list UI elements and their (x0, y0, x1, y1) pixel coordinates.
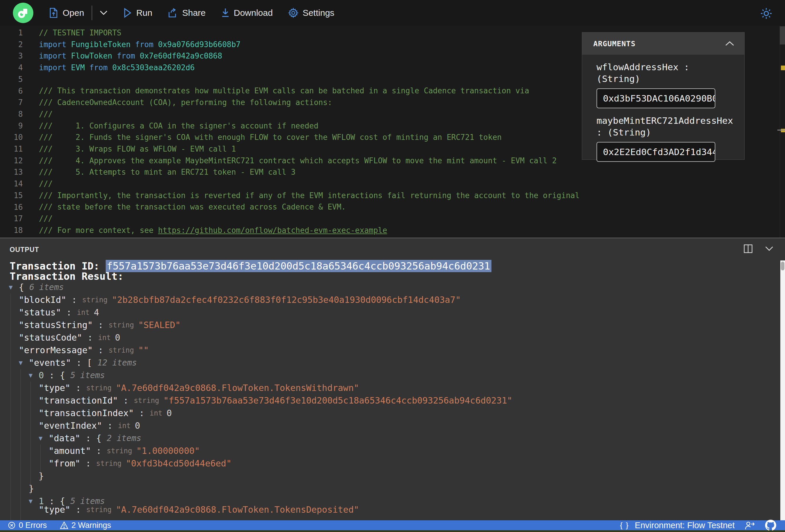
json-index: 0 (39, 370, 44, 380)
code-token: /// Importantly, the transaction is reve… (39, 191, 580, 200)
chevron-down-icon (99, 10, 108, 16)
sun-icon (760, 7, 773, 20)
line-number: 5 (0, 74, 23, 85)
code-link[interactable]: https://github.com/onflow/batched-evm-ex… (158, 226, 387, 235)
run-button[interactable]: Run (123, 8, 152, 18)
open-label: Open (62, 8, 84, 18)
json-row: "statusCode" : int 0 (0, 331, 779, 344)
json-value: "2b28cbfb87da2cfec4f0232c6f883f0f12c95b3… (112, 295, 461, 305)
argument-label: maybeMintERC721AddressHex : (String) (597, 115, 731, 138)
json-value: "1.00000000" (136, 446, 200, 456)
code-line: // TESTNET IMPORTS (39, 27, 580, 39)
json-value: 4 (94, 307, 99, 318)
download-label: Download (234, 8, 273, 18)
code-token: /// (39, 214, 53, 223)
json-row: "statusString" : string "SEALED" (0, 319, 779, 331)
line-number: 11 (0, 144, 23, 155)
line-number-gutter: 123456789101112131415161718 (0, 27, 23, 236)
open-button[interactable]: Open (49, 7, 84, 19)
flow-logo[interactable] (13, 3, 33, 23)
theme-toggle-button[interactable] (760, 7, 773, 21)
share-button[interactable]: Share (168, 8, 205, 18)
indent-guide (21, 369, 21, 521)
output-scrollbar-thumb[interactable] (781, 262, 784, 270)
editor-scrollbar-thumb[interactable] (780, 26, 785, 45)
json-row: ▼{ 6 items (0, 281, 779, 294)
code-token: from (135, 40, 158, 49)
code-token: /// (39, 110, 53, 119)
line-number: 10 (0, 132, 23, 144)
github-icon[interactable] (765, 520, 776, 531)
json-row: "transactionIndex" : int 0 (0, 407, 779, 419)
wflow-address-input[interactable]: 0xd3bF53DAC106A0290B04... (597, 88, 715, 108)
json-value: "A.7e60df042a9c0868.FlowToken.TokensWith… (116, 383, 359, 393)
code-token: /// 1. Configures a COA in the signer's … (39, 122, 319, 130)
person-share-icon[interactable] (744, 521, 755, 530)
collapse-chevron-up-icon[interactable] (725, 41, 734, 46)
download-icon (221, 8, 230, 18)
braces-icon: { } (620, 521, 629, 530)
line-number: 6 (0, 85, 23, 97)
expand-arrow-icon[interactable]: ▼ (29, 498, 39, 505)
json-key: "transactionId" (39, 395, 118, 406)
run-play-icon (123, 8, 132, 18)
share-label: Share (182, 8, 205, 18)
json-type-label: string (86, 384, 116, 392)
json-type-label: int (118, 422, 135, 430)
json-value: "f557a1573b76aa53e73d46f3e10d200d5c18a65… (163, 395, 512, 406)
code-line: /// (39, 178, 580, 190)
output-chevron-down-icon[interactable] (764, 246, 774, 252)
expand-arrow-icon[interactable]: ▼ (39, 435, 49, 442)
code-line: /// (39, 213, 580, 225)
json-type-label: string (134, 397, 163, 405)
editor-ruler-divider (780, 26, 780, 237)
json-items-count: 6 items (29, 282, 64, 292)
json-close-brace: } (39, 471, 44, 481)
expand-arrow-icon[interactable]: ▼ (29, 372, 39, 379)
json-type-label: string (108, 321, 138, 329)
code-token: from (89, 63, 112, 72)
settings-button[interactable]: Settings (288, 8, 334, 18)
json-colon: : (91, 446, 107, 456)
warning-marker-icon (781, 129, 785, 132)
json-type-label: int (77, 308, 94, 316)
share-icon (168, 8, 178, 18)
code-token: /// 4. Approves the example MaybeMintERC… (39, 156, 557, 165)
open-dropdown-button[interactable] (99, 10, 108, 16)
json-key: "type" (39, 383, 70, 393)
json-open-brace: { (60, 370, 70, 380)
line-number: 17 (0, 213, 23, 225)
output-scrollbar-track[interactable] (780, 260, 785, 521)
json-colon: : (102, 421, 118, 431)
transaction-result-label: Transaction Result: (10, 271, 491, 281)
ruler-tick (777, 130, 785, 130)
split-view-icon[interactable] (743, 244, 753, 253)
warning-marker-icon (781, 66, 785, 70)
expand-arrow-icon[interactable]: ▼ (9, 283, 19, 291)
maybe-mint-erc721-address-input[interactable]: 0x2E2Ed0Cfd3AD2f1d34481... (597, 142, 715, 162)
json-key: "transactionIndex" (39, 408, 134, 418)
line-number: 18 (0, 225, 23, 236)
line-number: 1 (0, 27, 23, 39)
code-line: /// For more context, see https://github… (39, 225, 580, 236)
indent-guide (30, 382, 31, 495)
arguments-header[interactable]: ARGUMENTS (582, 32, 744, 55)
line-number: 4 (0, 62, 23, 74)
errors-status[interactable]: 0 Errors (8, 521, 47, 530)
warnings-status[interactable]: 2 Warnings (60, 521, 111, 530)
line-number: 7 (0, 97, 23, 108)
json-row: "status" : int 4 (0, 306, 779, 319)
argument-block: wflowAddressHex : (String) 0xd3bF53DAC10… (582, 61, 744, 108)
json-row: "blockId" : string "2b28cbfb87da2cfec4f0… (0, 294, 779, 306)
transaction-summary: Transaction ID: f557a1573b76aa53e73d46f3… (10, 261, 491, 281)
code-token: /// CadenceOwnedAccount (COA), performin… (39, 98, 332, 107)
transaction-id-value[interactable]: f557a1573b76aa53e73d46f3e10d200d5c18a653… (106, 260, 491, 272)
code-editor[interactable]: 123456789101112131415161718 // TESTNET I… (0, 26, 785, 237)
expand-arrow-icon[interactable]: ▼ (19, 359, 29, 366)
json-colon: : (71, 358, 87, 368)
code-line: import FlowToken from 0x7e60df042a9c0868 (39, 50, 580, 62)
download-button[interactable]: Download (221, 8, 273, 18)
json-key: "statusCode" (19, 332, 82, 343)
line-number: 16 (0, 202, 23, 213)
code-token: /// state before the transaction was exe… (39, 203, 346, 211)
